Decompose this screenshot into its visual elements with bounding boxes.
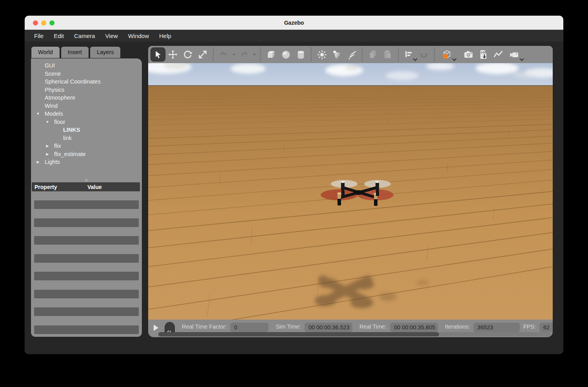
- tree-item-spherical-coordinates[interactable]: Spherical Coordinates: [31, 78, 142, 86]
- triangle-down-icon[interactable]: ▼: [45, 118, 50, 126]
- real-time-label: Real Time:: [359, 323, 387, 330]
- right-panel: LOG: [148, 46, 553, 337]
- tab-insert[interactable]: Insert: [61, 46, 89, 58]
- real-time-factor-label: Real Time Factor:: [182, 323, 227, 330]
- left-panel: World Insert Layers GUI Scene Spherical …: [31, 46, 142, 58]
- tree-item-flix-estimate[interactable]: ▶ flix_estimate: [31, 150, 142, 158]
- property-column-header: Property: [32, 184, 57, 190]
- undo-history-button[interactable]: [231, 47, 237, 62]
- sim-time-field[interactable]: 00 00:00:36.523: [305, 323, 352, 332]
- insert-box-button[interactable]: [263, 47, 278, 62]
- toolbar: LOG: [148, 46, 553, 63]
- copy-icon: [368, 49, 378, 60]
- real-time-factor-field[interactable]: 0: [230, 323, 269, 332]
- triangle-right-icon[interactable]: ▶: [35, 158, 41, 166]
- paste-icon: [383, 49, 393, 60]
- menu-file[interactable]: File: [32, 32, 46, 40]
- tab-world[interactable]: World: [31, 46, 60, 58]
- play-button[interactable]: [154, 325, 158, 331]
- real-time-field[interactable]: 00 00:00:35.805: [390, 323, 438, 332]
- tree-item-links[interactable]: LINKS: [31, 126, 142, 134]
- tree-item-atmosphere[interactable]: Atmosphere: [31, 94, 142, 102]
- insert-cylinder-button[interactable]: [293, 47, 308, 62]
- menu-help[interactable]: Help: [157, 32, 174, 40]
- translate-tool-button[interactable]: [165, 47, 180, 62]
- iterations-field[interactable]: 36523: [474, 323, 520, 332]
- 3d-viewport[interactable]: [148, 63, 553, 320]
- sphere-icon: [281, 49, 291, 60]
- menu-view[interactable]: View: [103, 32, 120, 40]
- fps-field[interactable]: 62: [539, 323, 553, 332]
- horizon-line: [148, 85, 553, 86]
- property-row: [34, 272, 139, 280]
- minimize-button[interactable]: [41, 20, 46, 25]
- tree-item-lights[interactable]: ▶ Lights: [31, 158, 142, 166]
- triangle-down-icon[interactable]: ▼: [35, 110, 41, 118]
- value-column-header: Value: [87, 184, 102, 190]
- view-angle-button[interactable]: [437, 47, 456, 62]
- menu-window[interactable]: Window: [126, 32, 151, 40]
- cursor-arrow-icon: [153, 50, 163, 60]
- property-row: [34, 290, 139, 298]
- tab-layers[interactable]: Layers: [90, 46, 121, 58]
- copy-button[interactable]: [365, 47, 380, 62]
- property-row: [34, 307, 139, 316]
- directional-light-button[interactable]: [344, 47, 359, 62]
- align-tool-button[interactable]: [401, 47, 416, 62]
- caret-down-icon: [232, 54, 236, 56]
- point-light-button[interactable]: [314, 47, 329, 62]
- log-record-button[interactable]: LOG: [476, 47, 491, 62]
- paste-button[interactable]: [380, 47, 395, 62]
- fullscreen-button[interactable]: [49, 20, 54, 25]
- cube-icon: [266, 49, 276, 60]
- close-button[interactable]: [33, 20, 38, 25]
- sun-icon: [317, 49, 327, 60]
- redo-button[interactable]: [237, 47, 252, 62]
- select-tool-button[interactable]: [151, 47, 165, 62]
- main-content: World Insert Layers GUI Scene Spherical …: [25, 42, 563, 354]
- spot-light-button[interactable]: [329, 47, 344, 62]
- tree-item-flix[interactable]: ▶ flix: [31, 142, 142, 150]
- toolbar-separator: [434, 47, 435, 62]
- scale-tool-button[interactable]: [195, 47, 210, 62]
- tree-item-gui[interactable]: GUI: [31, 62, 142, 70]
- toolbar-separator: [213, 47, 214, 62]
- plot-button[interactable]: [491, 47, 506, 62]
- splitter-handle[interactable]: [85, 179, 88, 182]
- toolbar-separator: [362, 47, 363, 62]
- tree-item-floor[interactable]: ▼ floor: [31, 118, 142, 126]
- chevron-down-icon: [519, 56, 524, 61]
- menubar: File Edit Camera View Window Help: [25, 30, 563, 42]
- video-record-button[interactable]: [506, 47, 523, 62]
- snap-magnet-button[interactable]: [416, 47, 431, 62]
- triangle-right-icon[interactable]: ▶: [45, 150, 50, 158]
- property-row: [34, 218, 139, 227]
- undo-arrow-icon: [219, 49, 229, 60]
- tree-item-link[interactable]: link: [31, 134, 142, 142]
- tree-item-models[interactable]: ▼ Models: [31, 110, 142, 118]
- redo-history-button[interactable]: [252, 47, 257, 62]
- horizontal-scrollbar[interactable]: [158, 332, 551, 336]
- world-tree: GUI Scene Spherical Coordinates Physics …: [31, 58, 142, 166]
- rotate-tool-button[interactable]: [180, 47, 195, 62]
- toolbar-separator: [398, 47, 399, 62]
- titlebar[interactable]: Gazebo: [25, 16, 563, 30]
- property-row: [34, 236, 139, 245]
- menu-edit[interactable]: Edit: [51, 32, 66, 40]
- svg-text:LOG: LOG: [481, 51, 486, 54]
- property-table-header: Property Value: [32, 182, 140, 191]
- tree-item-wind[interactable]: Wind: [31, 102, 142, 110]
- scrollbar-thumb[interactable]: [158, 332, 439, 336]
- screenshot-button[interactable]: [461, 47, 476, 62]
- undo-button[interactable]: [216, 47, 231, 62]
- align-icon: [404, 49, 414, 60]
- tree-item-physics[interactable]: Physics: [31, 86, 142, 94]
- spot-light-icon: [332, 49, 342, 60]
- menu-camera[interactable]: Camera: [72, 32, 97, 40]
- tree-item-scene[interactable]: Scene: [31, 70, 142, 78]
- triangle-right-icon[interactable]: ▶: [45, 142, 50, 150]
- property-table: [31, 200, 142, 337]
- traffic-lights: [33, 20, 54, 25]
- chevron-down-icon: [452, 56, 456, 61]
- insert-sphere-button[interactable]: [278, 47, 293, 62]
